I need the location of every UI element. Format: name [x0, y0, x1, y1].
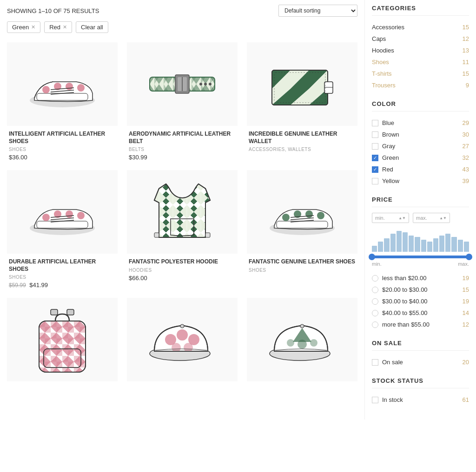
histogram-bar: [372, 246, 377, 252]
price-min-input[interactable]: min. ▲▼: [372, 213, 409, 223]
filter-tag-red-remove[interactable]: ✕: [63, 24, 67, 30]
product-image[interactable]: [127, 42, 238, 126]
price-range-radio[interactable]: [372, 298, 378, 305]
product-image[interactable]: [7, 42, 118, 126]
price-range-radio[interactable]: [372, 275, 378, 282]
product-image[interactable]: [127, 170, 238, 254]
product-card: AERODYNAMIC ARTIFICIAL LEATHER BELT BELT…: [127, 42, 238, 161]
price-range-radio[interactable]: [372, 321, 378, 328]
slider-max-label: max.: [458, 261, 469, 267]
product-image[interactable]: [247, 298, 357, 381]
color-row-left: Brown: [372, 131, 399, 138]
price-max-input[interactable]: max. ▲▼: [413, 213, 450, 223]
product-title[interactable]: DURABLE ARTIFICIAL LEATHER SHOES: [9, 258, 116, 273]
onsale-checkbox[interactable]: [372, 359, 378, 366]
color-item: Blue29: [372, 117, 469, 129]
price-range-radio[interactable]: [372, 310, 378, 316]
product-info: [7, 386, 118, 388]
product-image[interactable]: [247, 170, 357, 254]
category-count: 15: [463, 70, 469, 77]
product-image[interactable]: [127, 298, 238, 381]
price-max-arrows[interactable]: ▲▼: [439, 216, 447, 220]
svg-point-37: [66, 210, 73, 218]
filter-tag-red[interactable]: Red ✕: [44, 21, 72, 33]
results-text: SHOWING 1–10 OF 75 RESULTS: [7, 7, 99, 14]
category-item[interactable]: Hoodies13: [372, 45, 469, 56]
price-range-label: $20.00 to $30.00: [382, 286, 428, 293]
price-range-left: $40.00 to $55.00: [372, 309, 428, 316]
product-price: $36.00: [9, 154, 116, 161]
category-item[interactable]: T-shirts15: [372, 68, 469, 79]
product-card: INTELLIGENT ARTIFICIAL LEATHER SHOES SHO…: [7, 42, 118, 161]
stock-count: 61: [463, 396, 469, 403]
product-category: SHOES: [9, 275, 116, 280]
svg-point-53: [317, 212, 324, 219]
price-slider-max-thumb[interactable]: [466, 254, 472, 260]
color-checkbox-red[interactable]: [372, 166, 378, 173]
onsale-section: ON SALE On sale 20: [372, 340, 469, 368]
filter-tag-red-label: Red: [49, 24, 60, 31]
svg-rect-66: [67, 309, 74, 315]
stock-label: In stock: [382, 396, 403, 403]
histogram-bar: [415, 237, 420, 252]
product-image[interactable]: [7, 298, 118, 381]
price-range-item: $20.00 to $30.0015: [372, 284, 469, 295]
price-range-left: $30.00 to $40.00: [372, 298, 428, 305]
price-slider-fill: [372, 256, 469, 258]
price-range-left: less than $20.00: [372, 275, 426, 282]
color-item: Gray27: [372, 140, 469, 152]
histogram-bar: [409, 236, 414, 252]
price-min-arrows[interactable]: ▲▼: [398, 216, 406, 220]
svg-point-50: [282, 214, 290, 221]
product-grid: INTELLIGENT ARTIFICIAL LEATHER SHOES SHO…: [7, 42, 357, 388]
product-title[interactable]: FANTASTIC POLYESTER HOODIE: [129, 258, 236, 266]
price-slider-min-thumb[interactable]: [369, 254, 375, 260]
category-count: 12: [463, 35, 469, 42]
color-item: Green32: [372, 152, 469, 164]
slider-min-label: min.: [372, 261, 382, 267]
svg-point-18: [209, 83, 212, 85]
svg-point-82: [287, 339, 294, 347]
color-checkbox-yellow[interactable]: [372, 178, 378, 184]
clear-all-button[interactable]: Clear all: [76, 21, 108, 33]
product-title[interactable]: INTELLIGENT ARTIFICIAL LEATHER SHOES: [9, 131, 116, 145]
category-item[interactable]: Caps12: [372, 33, 469, 45]
histogram-bar: [421, 240, 426, 252]
product-card: INCREDIBLE GENUINE LEATHER WALLET ACCESS…: [247, 42, 357, 161]
color-checkbox-gray[interactable]: [372, 143, 378, 150]
filter-tag-green[interactable]: Green ✕: [7, 21, 40, 33]
filter-tag-green-label: Green: [12, 24, 29, 31]
price-inputs: min. ▲▼ max. ▲▼: [372, 213, 469, 223]
color-checkbox-brown[interactable]: [372, 131, 378, 138]
onsale-row: On sale 20: [372, 356, 469, 368]
price-range-radio[interactable]: [372, 287, 378, 293]
product-card: [127, 298, 238, 388]
stock-checkbox[interactable]: [372, 397, 378, 403]
product-info: FANTASTIC GENUINE LEATHER SHOES SHOES: [247, 258, 357, 275]
product-info: FANTASTIC POLYESTER HOODIE HOODIES $66.0…: [127, 258, 238, 282]
product-image[interactable]: [247, 42, 357, 126]
price-range-label: $40.00 to $55.00: [382, 309, 428, 316]
filter-tag-green-remove[interactable]: ✕: [31, 24, 35, 30]
color-checkbox-blue[interactable]: [372, 120, 378, 126]
onsale-title: ON SALE: [372, 340, 469, 351]
sort-select[interactable]: Default sorting Sort by popularity Sort …: [278, 5, 357, 17]
color-checkbox-green[interactable]: [372, 155, 378, 161]
category-item[interactable]: Accessories15: [372, 21, 469, 33]
price-slider-track[interactable]: [372, 256, 469, 258]
product-title[interactable]: FANTASTIC GENUINE LEATHER SHOES: [249, 258, 356, 266]
svg-point-5: [77, 84, 85, 92]
product-info: DURABLE ARTIFICIAL LEATHER SHOES SHOES $…: [7, 258, 118, 288]
category-label: Caps: [372, 35, 386, 42]
product-title[interactable]: AERODYNAMIC ARTIFICIAL LEATHER BELT: [129, 131, 236, 145]
stock-title: STOCK STATUS: [372, 377, 469, 388]
price-slider-labels: min. max.: [372, 261, 469, 267]
category-item[interactable]: Shoes11: [372, 56, 469, 68]
svg-point-38: [77, 212, 85, 219]
category-label: Accessories: [372, 24, 404, 31]
product-title[interactable]: INCREDIBLE GENUINE LEATHER WALLET: [249, 131, 356, 145]
histogram-bar: [464, 242, 469, 252]
category-item[interactable]: Trousers9: [372, 79, 469, 91]
svg-point-16: [199, 83, 202, 85]
product-image[interactable]: [7, 170, 118, 254]
